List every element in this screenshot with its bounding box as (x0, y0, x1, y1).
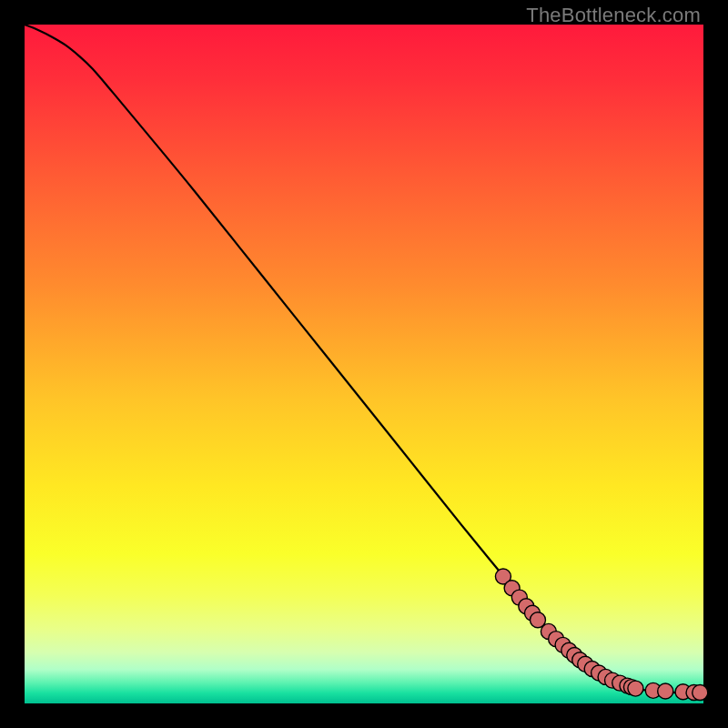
chart-marker (693, 685, 708, 701)
chart-svg (25, 25, 703, 703)
watermark-label: TheBottleneck.com (526, 4, 701, 27)
chart-plot-area (25, 25, 703, 703)
chart-marker (628, 681, 643, 696)
chart-curve (25, 25, 703, 693)
chart-markers (495, 569, 707, 701)
chart-marker (658, 683, 673, 699)
